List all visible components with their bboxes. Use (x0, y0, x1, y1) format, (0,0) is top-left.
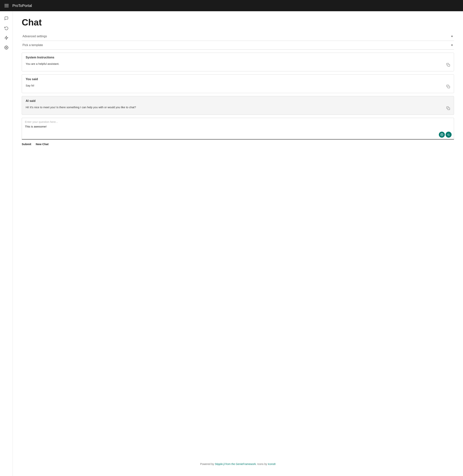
new-chat-button[interactable]: New Chat (36, 142, 48, 146)
main-layout: Chat Advanced settings ▼ Pick a template… (0, 11, 463, 476)
ai-message-header: AI said (22, 96, 454, 104)
user-message-box: You said Say hi! (22, 74, 454, 93)
hamburger-menu-button[interactable] (4, 3, 9, 8)
svg-point-1 (6, 47, 7, 48)
advanced-settings-dropdown[interactable]: Advanced settings ▼ (22, 32, 454, 41)
app-title: ProToPortal (12, 4, 32, 8)
app-header: ProToPortal (0, 0, 463, 11)
svg-rect-3 (448, 86, 450, 88)
submit-button[interactable]: Submit (22, 142, 31, 146)
footer: Powered by Stipple.jl from the GenieFram… (22, 458, 454, 470)
upload-icon (440, 133, 443, 136)
sidebar-item-history[interactable] (2, 24, 10, 32)
footer-prefix: Powered by (200, 463, 215, 466)
user-message-copy-button[interactable] (445, 84, 451, 90)
lightning-icon (4, 36, 9, 40)
svg-rect-4 (448, 108, 450, 110)
footer-middle: Icons by (257, 463, 268, 466)
user-message-header: You said (22, 75, 454, 82)
input-placeholder-text: Enter your question here... (22, 118, 454, 124)
system-instructions-content-row: You are a helpful assistant. (22, 61, 454, 71)
copy-icon-svg-2 (446, 85, 450, 88)
input-value-text[interactable]: This is awesome! (22, 124, 454, 139)
page-title: Chat (22, 17, 454, 27)
system-instructions-header: System Instructions (22, 53, 454, 61)
system-instructions-text: You are a helpful assistant. (26, 62, 444, 65)
copy-icon-svg (446, 63, 450, 67)
ai-message-text: Hi! It's nice to meet you! Is there some… (26, 106, 444, 109)
sidebar-item-chat[interactable] (2, 14, 10, 22)
advanced-settings-label: Advanced settings (22, 35, 47, 38)
ai-message-content-row: Hi! It's nice to meet you! Is there some… (22, 104, 454, 115)
copy-icon-svg-3 (446, 106, 450, 110)
pick-template-label: Pick a template (22, 44, 43, 47)
ai-message-copy-button[interactable] (445, 106, 451, 112)
action-buttons: Submit New Chat (22, 142, 454, 146)
main-content: Chat Advanced settings ▼ Pick a template… (13, 11, 463, 476)
sidebar-item-settings[interactable] (2, 44, 10, 52)
system-instructions-copy-button[interactable] (445, 62, 451, 68)
sidebar-item-lightning[interactable] (2, 34, 10, 42)
system-instructions-box: System Instructions You are a helpful as… (22, 53, 454, 71)
input-icon-buttons: G (439, 132, 452, 138)
advanced-settings-chevron-icon: ▼ (451, 35, 453, 38)
pick-template-chevron-icon: ▼ (451, 44, 453, 47)
user-message-text: Say hi! (26, 84, 444, 87)
svg-marker-0 (5, 36, 8, 40)
footer-link-stipple[interactable]: Stipple.jl from the GenieFramework. (215, 463, 257, 466)
sidebar (0, 11, 13, 476)
gear-icon (4, 45, 9, 50)
grammarly-button[interactable]: G (445, 132, 452, 138)
pick-template-dropdown[interactable]: Pick a template ▼ (22, 41, 454, 50)
chat-icon (4, 16, 9, 20)
svg-rect-2 (448, 64, 450, 66)
ai-message-box: AI said Hi! It's nice to meet you! Is th… (22, 96, 454, 115)
user-message-content-row: Say hi! (22, 82, 454, 93)
upload-button[interactable] (439, 132, 445, 138)
question-input-area: Enter your question here... This is awes… (22, 118, 454, 140)
history-icon (4, 26, 9, 30)
footer-link-icons8[interactable]: Icons8 (268, 463, 276, 466)
